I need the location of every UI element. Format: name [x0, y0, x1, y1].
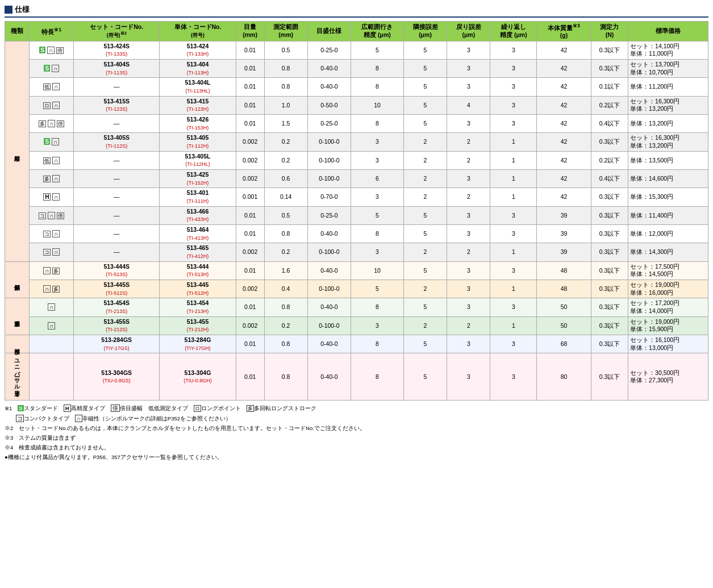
set-code-cell: — [74, 78, 160, 96]
unit-code-cell: 513-404(TI-113H) [160, 60, 236, 78]
data-cell-測定力: 0.3以下 [591, 60, 628, 78]
price-cell: セット：17,500円単体：14,500円 [628, 261, 708, 280]
data-cell-繰り返し: 3 [490, 41, 537, 59]
spec-table: 種類 特長※1 セット・コードNo.(符号)※2 単体・コードNo.(符号) 目… [5, 21, 708, 401]
data-cell-目盛仕様: 0-100-0 [307, 243, 351, 261]
data-cell-隣接: 2 [403, 133, 447, 151]
data-cell-目量: 0.01 [236, 353, 264, 401]
data-cell-戻り: 3 [447, 298, 490, 316]
unit-code-cell: 513-466(TI-433H) [160, 206, 236, 224]
data-cell-目盛仕様: 0-25-0 [307, 115, 351, 133]
symbol-cell: ∩ 多 [30, 280, 74, 298]
table-row: 縦形S ∩ 倍513-424S(TI-133S)513-424(TI-133H)… [5, 41, 708, 59]
data-cell-隣接: 2 [403, 280, 447, 298]
data-cell-繰り返し: 1 [490, 170, 537, 188]
data-cell-隣接: 2 [403, 188, 447, 206]
data-cell-隣接: 2 [403, 151, 447, 169]
data-cell-測定範囲: 0.2 [264, 243, 307, 261]
note3: ※3 ステムの質量は含まず [5, 433, 708, 443]
symbol-cell: H ∩ [30, 188, 74, 206]
data-cell-繰り返し: 3 [490, 335, 537, 353]
data-cell-繰り返し: 3 [490, 78, 537, 96]
data-cell-質量: 42 [537, 151, 591, 169]
unit-code-cell: 513-444(TI-513H) [160, 261, 236, 280]
symbol-cell: S ∩ [30, 133, 74, 151]
table-row: コ ∩—513-464(TI-413H)0.010.80-40-08533390… [5, 225, 708, 243]
col-header-戻り: 戻り誤差(μm) [447, 22, 490, 41]
data-cell-繰り返し: 3 [490, 60, 537, 78]
set-code-cell: 513-405S(TI-112S) [74, 133, 160, 151]
unit-code-cell: 513-455(TI-212H) [160, 316, 236, 335]
data-cell-広範囲: 8 [351, 115, 404, 133]
data-cell-測定範囲: 0.8 [264, 78, 307, 96]
data-cell-広範囲: 3 [351, 188, 404, 206]
data-cell-目盛仕様: 0-40-0 [307, 60, 351, 78]
symbol-cell [30, 335, 74, 353]
data-cell-目量: 0.01 [236, 41, 264, 59]
symbol-cell [30, 353, 74, 401]
data-cell-目盛仕様: 0-40-0 [307, 78, 351, 96]
col-header-種類: 種類 [5, 22, 30, 41]
category-cell: ユニバーサル形※4 [5, 353, 30, 401]
data-cell-広範囲: 3 [351, 133, 404, 151]
data-cell-測定範囲: 1.5 [264, 115, 307, 133]
note1: ※1 Sスタンダード H高精度タイプ 倍倍目盛幅 低低測定タイプ ロロングポイン… [5, 404, 708, 413]
col-header-広範囲: 広範囲行き精度 (μm) [351, 22, 404, 41]
unit-code-cell: 513-424(TI-133H) [160, 41, 236, 59]
data-cell-目量: 0.01 [236, 335, 264, 353]
symbol-cell: 低 ∩ [30, 78, 74, 96]
symbol-cell: ∩ [30, 316, 74, 335]
data-cell-戻り: 3 [447, 206, 490, 224]
category-cell: 垂直形 [5, 298, 30, 335]
price-cell: 単体：15,300円 [628, 188, 708, 206]
price-cell: セット：13,700円単体：10,700円 [628, 60, 708, 78]
unit-code-cell: 513-465(TI-412H) [160, 243, 236, 261]
category-cell: 傾斜形 [5, 261, 30, 298]
data-cell-目盛仕様: 0-40-0 [307, 353, 351, 401]
data-cell-目盛仕様: 0-70-0 [307, 188, 351, 206]
data-cell-質量: 42 [537, 188, 591, 206]
data-cell-目量: 0.002 [236, 280, 264, 298]
data-cell-広範囲: 3 [351, 151, 404, 169]
data-cell-戻り: 3 [447, 261, 490, 280]
data-cell-広範囲: 8 [351, 298, 404, 316]
data-cell-質量: 39 [537, 225, 591, 243]
data-cell-隣接: 5 [403, 225, 447, 243]
data-cell-広範囲: 6 [351, 170, 404, 188]
data-cell-測定範囲: 1.6 [264, 261, 307, 280]
data-cell-広範囲: 10 [351, 261, 404, 280]
col-header-setcode: セット・コードNo.(符号)※2 [74, 22, 160, 41]
data-cell-広範囲: 10 [351, 96, 404, 114]
set-code-cell: — [74, 206, 160, 224]
data-cell-隣接: 5 [403, 78, 447, 96]
set-code-cell: — [74, 188, 160, 206]
data-cell-戻り: 3 [447, 41, 490, 59]
data-cell-目盛仕様: 0-100-0 [307, 170, 351, 188]
table-row: 横形513-284GS(TIY-17GS)513-284G(TIY-17GH)0… [5, 335, 708, 353]
price-cell: 単体：12,000円 [628, 225, 708, 243]
data-cell-測定範囲: 0.2 [264, 133, 307, 151]
data-cell-繰り返し: 3 [490, 298, 537, 316]
table-row: ∩513-455S(TI-212S)513-455(TI-212H)0.0020… [5, 316, 708, 335]
data-cell-測定範囲: 0.8 [264, 60, 307, 78]
data-cell-目量: 0.001 [236, 188, 264, 206]
data-cell-戻り: 2 [447, 316, 490, 335]
data-cell-目量: 0.01 [236, 225, 264, 243]
price-cell: セット：16,100円単体：13,000円 [628, 335, 708, 353]
price-cell: 単体：13,200円 [628, 115, 708, 133]
data-cell-目盛仕様: 0-100-0 [307, 280, 351, 298]
data-cell-測定力: 0.3以下 [591, 335, 628, 353]
data-cell-質量: 50 [537, 316, 591, 335]
col-header-unitcode: 単体・コードNo.(符号) [160, 22, 236, 41]
data-cell-繰り返し: 1 [490, 133, 537, 151]
data-cell-測定力: 0.3以下 [591, 280, 628, 298]
data-cell-目量: 0.01 [236, 60, 264, 78]
symbol-cell: 多 ∩ [30, 170, 74, 188]
data-cell-測定範囲: 0.14 [264, 188, 307, 206]
note4: ※4 検査成績書は含まれておりません。 [5, 443, 708, 452]
set-code-cell: — [74, 170, 160, 188]
set-code-cell: 513-454S(TI-213S) [74, 298, 160, 316]
data-cell-測定力: 0.3以下 [591, 188, 628, 206]
set-code-cell: 513-404S(TI-113S) [74, 60, 160, 78]
unit-code-cell: 513-415(TI-123H) [160, 96, 236, 114]
